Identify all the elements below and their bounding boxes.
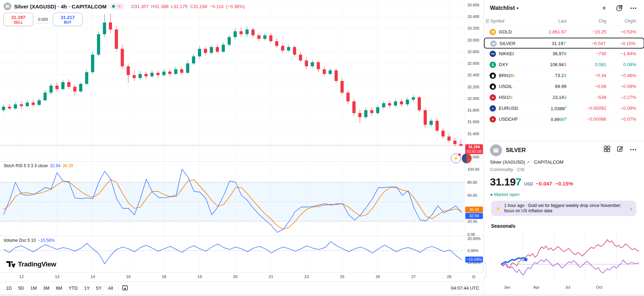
symbol-name: NIKKEI (499, 51, 514, 56)
last-price-tag: 31.19402:52:16 (465, 144, 483, 154)
stoch-d-value: 36.28 (62, 163, 73, 168)
change-value: −15.25 (592, 29, 606, 34)
detail-description: Silver (XAGUSD) ↗ · CAPITALCOM (490, 159, 564, 165)
watchlist-row-usdchf[interactable]: +USDCHF0.89900−0.00066−0.07% (484, 114, 644, 125)
stoch-rsi-label[interactable]: Stoch RSI 5 3 3 3 close 32.94 36.28 (4, 163, 73, 168)
watchlist-columns[interactable]: Symbol Last Chg Chg% (484, 17, 644, 26)
sell-button[interactable]: 31.197SELL (4, 13, 33, 26)
us-ch-flags-icon: + (490, 116, 496, 122)
range-button-5y[interactable]: 5Y (93, 284, 105, 292)
flash-trade-icon[interactable]: ⚡ (451, 153, 461, 163)
external-link-icon[interactable]: ↗ (526, 160, 530, 165)
range-button-1d[interactable]: 1D (3, 284, 15, 292)
detail-more-icon[interactable]: ••• (630, 147, 637, 152)
pie-chart-icon[interactable] (615, 4, 623, 12)
sidebar-divider (484, 141, 644, 141)
watchlist-row-brn1[interactable]: BRN1!D73.23−0.34−0.46% (484, 70, 644, 81)
range-button-6m[interactable]: 6M (53, 284, 65, 292)
symbol-name: GOLD (499, 29, 512, 34)
stoch-rsi-pane[interactable] (0, 161, 465, 236)
time-axis-label: 26 (376, 275, 380, 279)
last-value: 2,861.67 (548, 29, 566, 34)
axis-settings-icon[interactable]: ⚙ (472, 274, 476, 279)
watchlist-row-gold[interactable]: GOLD2,861.67−15.25−0.53% (484, 27, 644, 38)
chevron-down-icon: ▾ (517, 6, 519, 11)
grip-icon[interactable] (486, 19, 489, 23)
buy-button[interactable]: 31.217BUY (53, 13, 82, 26)
change-pct-value: −0.53% (621, 29, 636, 34)
stoch-scale-label: 100.00 (467, 167, 479, 171)
watchlist-row-hsi1[interactable]: nHSI1!D23,143−538−2.27% (484, 92, 644, 103)
change-value: −0.00092 (587, 106, 606, 111)
seasonals-chart[interactable] (501, 231, 639, 284)
stoch-d-tag: 36.28 (465, 207, 483, 213)
time-axis-label: 25 (340, 275, 344, 279)
range-button-ytd[interactable]: YTD (65, 284, 81, 292)
price-scale-label: 31.400 (467, 132, 479, 136)
change-value: 0.081 (595, 62, 606, 67)
news-banner[interactable]: ⚡ 1 hour ago·Gold set for biggest weekly… (491, 201, 636, 216)
time-axis[interactable]: 12131416181920212325262728 ⚙ (0, 272, 484, 282)
range-button-all[interactable]: All (105, 284, 116, 292)
detail-symbol-desc[interactable]: Silver (XAGUSD) (490, 159, 525, 165)
change-value: −0.06 (595, 84, 606, 89)
seasonals-month-label: Apr (533, 285, 540, 289)
watchlist-title[interactable]: Watchlist▾ (490, 5, 519, 11)
symbol-name: DXY (499, 62, 508, 67)
last-value: 23,143 (552, 95, 566, 100)
symbol-title[interactable]: Silver (XAGUSD) · 4h · CAPITALCOM (14, 4, 106, 10)
go-to-date-icon[interactable] (122, 285, 129, 291)
pane-divider[interactable] (0, 236, 484, 236)
range-button-1y[interactable]: 1Y (81, 284, 93, 292)
market-status-pill[interactable]: ≈ (109, 3, 125, 10)
hang-seng-icon: n (490, 94, 496, 101)
ohlc-values: O31.307 H31.388 L31.175 C31.194 −0.114 (… (131, 4, 245, 9)
seasonals-month-label: Jul (565, 285, 570, 289)
watchlist-row-dxy[interactable]: SDXY106.9430.0810.08% (484, 59, 644, 70)
symbol-header: Silver (XAGUSD) · 4h · CAPITALCOM ≈ O31.… (4, 2, 245, 10)
last-value: 31.197 (552, 41, 566, 46)
symbol-name: USOIL (499, 84, 513, 89)
time-axis-label: 28 (447, 275, 452, 279)
volosc-scale-label: 0.00% (467, 248, 478, 253)
range-button-3m[interactable]: 3M (40, 284, 53, 292)
close-value: 31.194 (193, 4, 207, 9)
volume-osc-label[interactable]: Volume Osc 5 10 −15.58% (4, 238, 55, 243)
time-axis-label: 18 (162, 275, 166, 279)
edit-note-icon[interactable] (617, 146, 623, 153)
tradingview-mark-icon (6, 260, 16, 268)
toolbar-divider (118, 285, 119, 291)
price-scale-label: 33.200 (467, 26, 479, 30)
watchlist-row-eurusd[interactable]: ★EURUSD1.03884−0.00092−0.09% (484, 103, 644, 114)
range-button-1m[interactable]: 1M (27, 284, 40, 292)
session-clock[interactable]: 04:07:44 UTC (451, 285, 479, 291)
change-pct-value: −1.94% (621, 51, 636, 56)
stoch-scale-label: 0.00 (467, 232, 475, 237)
market-open-dot-icon (112, 5, 115, 8)
change-pct-value: −0.46% (621, 73, 636, 78)
dollar-index-icon: S (490, 62, 496, 68)
last-value: 73.23 (555, 73, 566, 78)
layout-grid-icon[interactable] (604, 146, 610, 153)
price-scale-label: 31.600 (467, 120, 479, 124)
broker-icon[interactable] (462, 153, 472, 163)
symbol-name: SILVER (499, 41, 515, 46)
price-scale-label: 32.600 (467, 61, 479, 65)
watchlist-row-usoil[interactable]: USOIL69.99−0.06−0.09% (484, 81, 644, 92)
pane-divider[interactable] (0, 161, 484, 162)
panel-resize-handle[interactable] (483, 262, 486, 277)
add-symbol-icon[interactable]: + (600, 4, 608, 12)
watchlist-row-silver[interactable]: SILVER31.197−0.047−0.15% (484, 38, 644, 49)
market-status: ● Market open (490, 192, 520, 197)
tradingview-logo[interactable]: TradingView (6, 260, 56, 268)
silver-coin-icon (490, 144, 502, 156)
volume-osc-pane[interactable] (0, 236, 465, 272)
detail-price-row: 31.197 USD −0.047 −0.15% (490, 176, 573, 188)
right-sidebar: Watchlist▾ + ••• Symbol Last Chg Chg% GO… (484, 0, 644, 296)
currency-label: USD (524, 182, 533, 187)
time-axis-label: 20 (233, 275, 238, 279)
range-button-5d[interactable]: 5D (15, 284, 27, 292)
volosc-scale-label: 20.00% (467, 237, 480, 241)
watchlist-row-nikkei[interactable]: 225NIKKEI36,978−730−1.94% (484, 49, 644, 59)
watchlist-more-icon[interactable]: ••• (630, 4, 638, 12)
